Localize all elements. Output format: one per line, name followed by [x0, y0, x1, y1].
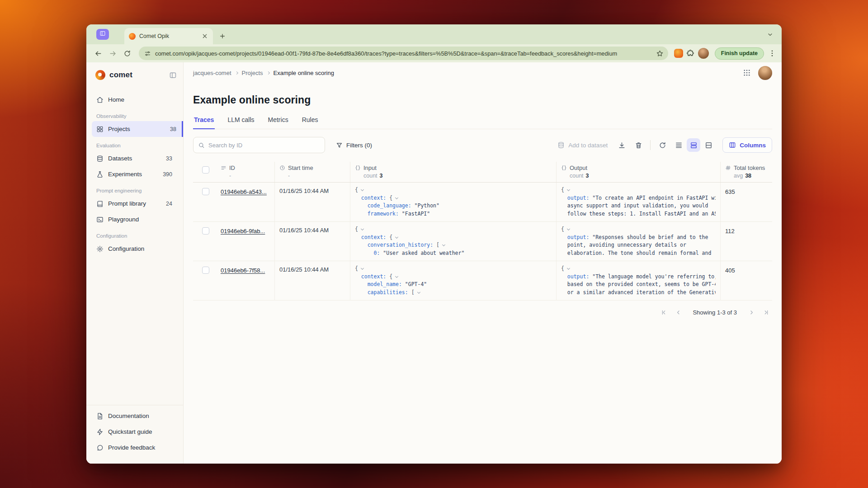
- grid-icon: [96, 126, 104, 133]
- column-header-output[interactable]: Outputcount3: [557, 162, 721, 182]
- last-page-button[interactable]: [760, 306, 772, 319]
- trace-id-link[interactable]: 01946eb6-a543...: [221, 188, 267, 195]
- user-avatar[interactable]: [758, 66, 772, 80]
- topbar: jacques-cometProjectsExample online scor…: [193, 62, 772, 83]
- start-time-cell: 01/16/25 10:44 AM: [275, 222, 350, 261]
- apps-grid-icon[interactable]: [743, 69, 751, 77]
- start-time-cell: 01/16/25 10:44 AM: [275, 183, 350, 221]
- listid-icon: [221, 165, 226, 171]
- browser-menu-icon[interactable]: [768, 49, 776, 57]
- output-cell[interactable]: { output: "Responses should be brief and…: [557, 222, 721, 261]
- trace-id-link[interactable]: 01946eb6-7f58...: [221, 267, 265, 274]
- sidebar-item-datasets[interactable]: Datasets33: [92, 150, 178, 166]
- page-title: Example online scoring: [193, 94, 772, 106]
- filters-button[interactable]: Filters (0): [332, 137, 376, 153]
- clock-icon: [279, 165, 285, 171]
- tab-group-chip[interactable]: [96, 29, 109, 40]
- export-button[interactable]: [614, 138, 629, 152]
- book-icon: [96, 200, 104, 207]
- next-page-button[interactable]: [745, 306, 758, 319]
- prev-page-button[interactable]: [672, 306, 684, 319]
- sidebar-collapse-icon[interactable]: [169, 71, 177, 79]
- site-settings-icon[interactable]: [144, 50, 151, 57]
- search-box[interactable]: [193, 137, 325, 153]
- select-all-checkbox[interactable]: [202, 166, 209, 174]
- input-cell[interactable]: { context: { code_language: "Python" fra…: [350, 183, 557, 221]
- reload-button[interactable]: [122, 48, 133, 59]
- sidebar-item-count: 33: [166, 155, 172, 162]
- sidebar-item-configuration[interactable]: Configuration: [92, 241, 178, 257]
- column-header-start-time[interactable]: Start time-: [275, 162, 350, 182]
- collapse-toggle-icon[interactable]: [361, 188, 364, 191]
- collapse-toggle-icon[interactable]: [395, 196, 398, 199]
- first-page-button[interactable]: [657, 306, 670, 319]
- extension-icon[interactable]: [674, 49, 683, 58]
- tab-list-button[interactable]: [764, 29, 775, 40]
- tab-llm-calls[interactable]: LLM calls: [226, 116, 255, 129]
- back-button[interactable]: [93, 48, 104, 59]
- tab-close-icon[interactable]: [201, 33, 208, 40]
- add-to-dataset-button[interactable]: Add to dataset: [553, 137, 612, 153]
- density-compact-button[interactable]: [672, 138, 685, 152]
- add-to-dataset-label: Add to dataset: [568, 142, 608, 149]
- new-tab-button[interactable]: [217, 30, 228, 42]
- columns-label: Columns: [740, 142, 766, 149]
- search-input[interactable]: [208, 142, 320, 149]
- search-icon: [198, 142, 205, 149]
- collapse-toggle-icon[interactable]: [567, 227, 570, 230]
- tab-rules[interactable]: Rules: [301, 116, 319, 129]
- browser-profile-avatar[interactable]: [698, 48, 709, 59]
- tab-traces[interactable]: Traces: [193, 116, 215, 129]
- browser-tab[interactable]: Comet Opik: [124, 28, 213, 44]
- output-cell[interactable]: { output: "To create an API endpoint in …: [557, 183, 721, 221]
- pagination: Showing 1-3 of 3: [193, 306, 772, 319]
- refresh-button[interactable]: [655, 138, 670, 152]
- column-header-id[interactable]: ID-: [216, 162, 275, 182]
- collapse-toggle-icon[interactable]: [567, 267, 570, 270]
- sidebar-item-playground[interactable]: Playground: [92, 211, 178, 227]
- doc-icon: [96, 413, 104, 420]
- address-bar[interactable]: comet.com/opik/jacques-comet/projects/01…: [139, 47, 668, 60]
- url-text: comet.com/opik/jacques-comet/projects/01…: [155, 50, 652, 57]
- breadcrumb-item[interactable]: Projects: [242, 70, 263, 76]
- collapse-toggle-icon[interactable]: [417, 290, 420, 293]
- pagination-label: Showing 1-3 of 3: [693, 309, 737, 316]
- breadcrumb-item[interactable]: jacques-comet: [193, 70, 231, 76]
- funnel-icon: [336, 142, 343, 149]
- comet-logo[interactable]: comet: [86, 62, 183, 80]
- collapse-toggle-icon[interactable]: [567, 188, 570, 191]
- collapse-toggle-icon[interactable]: [395, 235, 398, 238]
- tab-metrics[interactable]: Metrics: [267, 116, 289, 129]
- forward-button[interactable]: [107, 48, 118, 59]
- columns-icon: [729, 141, 736, 149]
- finish-update-button[interactable]: Finish update: [715, 47, 764, 60]
- collapse-toggle-icon[interactable]: [361, 267, 364, 270]
- sidebar-item-quickstart-guide[interactable]: Quickstart guide: [92, 424, 178, 440]
- column-header-total-tokens[interactable]: Total tokensavg38: [721, 162, 772, 182]
- row-checkbox[interactable]: [202, 267, 209, 274]
- collapse-toggle-icon[interactable]: [361, 227, 364, 230]
- output-cell[interactable]: { output: "The language model you're ref…: [557, 261, 721, 300]
- filters-label: Filters (0): [346, 142, 372, 149]
- row-checkbox[interactable]: [202, 188, 209, 195]
- density-large-button[interactable]: [702, 138, 715, 152]
- sidebar-item-home[interactable]: Home: [92, 92, 178, 108]
- collapse-toggle-icon[interactable]: [395, 274, 398, 277]
- columns-button[interactable]: Columns: [722, 137, 772, 153]
- trace-id-link[interactable]: 01946eb6-9fab...: [221, 228, 265, 235]
- delete-button[interactable]: [631, 138, 646, 152]
- collapse-toggle-icon[interactable]: [442, 243, 445, 246]
- sidebar-item-prompt-library[interactable]: Prompt library24: [92, 196, 178, 211]
- row-checkbox[interactable]: [202, 227, 209, 235]
- sidebar-item-documentation[interactable]: Documentation: [92, 408, 178, 424]
- bookmark-star-icon[interactable]: [656, 50, 664, 57]
- column-header-input[interactable]: Inputcount3: [350, 162, 557, 182]
- sidebar-item-projects[interactable]: Projects38: [92, 121, 183, 137]
- sidebar-item-provide-feedback[interactable]: Provide feedback: [92, 440, 178, 455]
- density-medium-button[interactable]: [687, 138, 700, 152]
- extensions-puzzle-icon[interactable]: [686, 49, 695, 58]
- input-cell[interactable]: { context: { model_name: "GPT-4" capabil…: [350, 261, 557, 300]
- input-cell[interactable]: { context: { conversation_history: [ 0: …: [350, 222, 557, 261]
- opik-app: comet HomeObservabilityProjects38Evaluat…: [86, 62, 782, 464]
- sidebar-item-experiments[interactable]: Experiments390: [92, 166, 178, 182]
